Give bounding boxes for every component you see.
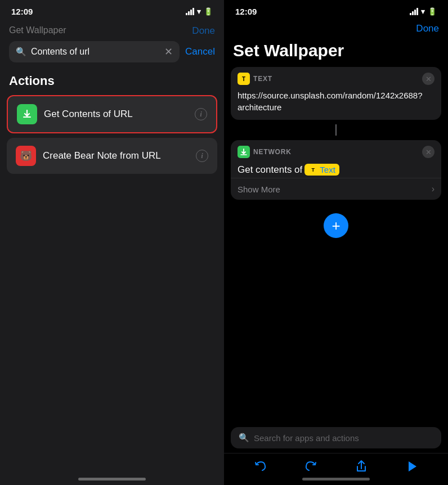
signal-icon-right [410,8,418,15]
search-input[interactable] [31,47,160,57]
battery-icon: 🔋 [204,7,213,16]
home-indicator-left [78,478,146,480]
status-icons-right: ▾ 🔋 [410,7,437,16]
status-icons-left: ▾ 🔋 [186,7,213,16]
text-card-header: T TEXT ✕ [231,67,441,88]
peek-done-button[interactable]: Done [192,25,215,37]
text-card-close[interactable]: ✕ [422,73,434,85]
workflow-content: T TEXT ✕ https://source.unsplash.com/ran… [224,67,448,427]
network-card-label: NETWORK [253,148,292,156]
redo-button[interactable] [303,459,318,474]
workflow-title: Set Wallpaper [224,39,448,67]
search-bar[interactable]: 🔍 ✕ [9,41,180,62]
action-icon-green [17,104,37,124]
bottom-search-placeholder: Search for apps and actions [254,433,359,443]
wifi-icon-right: ▾ [421,7,425,16]
show-more-row[interactable]: Show More › [231,178,441,200]
text-card-body[interactable]: https://source.unsplash.com/random/1242x… [231,88,441,120]
action-label-bear-note: Create Bear Note from URL [43,150,196,161]
time-right: 12:09 [235,7,257,16]
right-panel: 12:09 ▾ 🔋 Done Set Wallpaper T [224,0,448,485]
network-card-header: NETWORK ✕ [231,140,441,161]
info-icon-bear-note[interactable]: i [196,150,208,162]
get-contents-prefix: Get contents of [238,164,302,176]
network-card-close[interactable]: ✕ [422,146,434,158]
text-card-type: T TEXT [238,73,272,85]
bottom-search-bar[interactable]: 🔍 Search for apps and actions [231,427,441,448]
done-bar: Done [224,21,448,39]
left-peek-bar: Get Wallpaper Done [0,21,224,39]
text-token-icon: T [308,165,317,174]
search-bar-row: 🔍 ✕ Cancel [0,39,224,67]
card-connector [335,124,337,136]
show-more-text: Show More [238,185,280,194]
network-card-type: NETWORK [238,146,292,158]
info-icon-get-contents[interactable]: i [195,108,207,120]
left-panel: 12:09 ▾ 🔋 Get Wallpaper Done 🔍 ✕ Cancel … [0,0,224,485]
network-type-icon [238,146,250,158]
clear-search-button[interactable]: ✕ [164,46,173,58]
undo-button[interactable] [253,459,268,474]
text-card: T TEXT ✕ https://source.unsplash.com/ran… [231,67,441,120]
home-indicator-right [302,478,370,480]
add-btn-container: + [231,204,441,247]
add-action-button[interactable]: + [324,213,348,238]
search-icon: 🔍 [16,47,26,57]
wifi-icon: ▾ [197,7,201,16]
time-left: 12:09 [11,7,33,16]
action-label-get-contents: Get Contents of URL [44,109,195,120]
text-token[interactable]: T Text [304,164,339,176]
action-icon-red: 🐻 [16,146,36,166]
bottom-search-icon: 🔍 [239,433,249,443]
peek-title: Get Wallpaper [9,25,66,37]
text-token-label: Text [320,165,335,174]
share-button[interactable] [354,459,369,474]
battery-icon-right: 🔋 [428,7,437,16]
cancel-button[interactable]: Cancel [185,46,215,57]
status-bar-right: 12:09 ▾ 🔋 [224,0,448,21]
signal-icon [186,8,194,15]
status-bar-left: 12:09 ▾ 🔋 [0,0,224,21]
done-button[interactable]: Done [416,23,439,34]
chevron-right-icon: › [432,184,434,194]
text-type-icon: T [238,73,250,85]
play-button[interactable] [404,459,419,474]
network-card-body: Get contents of T Text [231,161,441,178]
network-card: NETWORK ✕ Get contents of T Text Show Mo… [231,140,441,200]
actions-header: Actions [0,67,224,93]
action-item-bear-note[interactable]: 🐻 Create Bear Note from URL i [7,138,217,174]
text-card-label: TEXT [253,75,272,83]
action-item-get-contents[interactable]: Get Contents of URL i [7,95,217,133]
